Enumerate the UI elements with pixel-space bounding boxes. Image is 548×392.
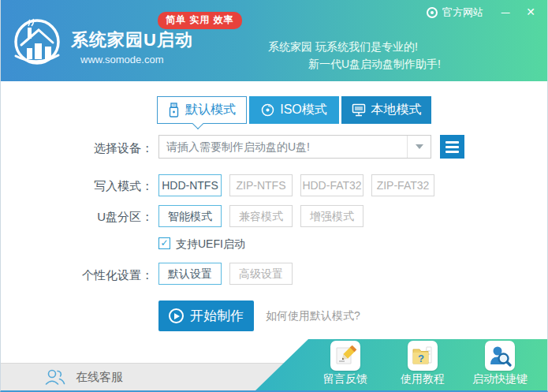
personalize-option-default[interactable]: 默认设置 <box>158 263 222 285</box>
online-support-button[interactable]: 在线客服 <box>44 368 123 386</box>
support-person-icon <box>44 368 66 386</box>
tab-label: ISO模式 <box>280 102 327 118</box>
partition-label: U盘分区： <box>1 210 153 225</box>
start-button-label: 开始制作 <box>190 307 244 325</box>
personalize-option-advanced[interactable]: 高级设置 <box>229 263 293 285</box>
write-mode-option-hdd-fat32[interactable]: HDD-FAT32 <box>300 174 363 196</box>
uefi-label: 支持UEFI启动 <box>176 237 245 252</box>
tutorial-icon: ? <box>408 341 438 371</box>
write-mode-option-zip-fat32[interactable]: ZIP-FAT32 <box>371 174 434 196</box>
svg-text:?: ? <box>418 353 424 364</box>
feedback-button[interactable]: 留言反馈 <box>306 341 385 386</box>
personalize-label: 个性化设置： <box>1 268 153 283</box>
device-label: 选择设备： <box>1 141 153 156</box>
app-window: 简单 实用 效率 系统家园U启动 www.somode.com 系统家园 玩系统… <box>0 0 548 392</box>
boot-hotkey-icon <box>485 341 515 371</box>
feature-badge: 简单 实用 效率 <box>158 12 242 29</box>
device-menu-button[interactable] <box>440 135 464 159</box>
write-mode-option-hdd-ntfs[interactable]: HDD-NTFS <box>158 174 222 196</box>
uefi-checkbox[interactable]: ✓ <box>158 237 170 249</box>
tutorial-button[interactable]: ? 使用教程 <box>383 341 462 386</box>
tab-label: 本地模式 <box>371 102 422 118</box>
tab-local-mode[interactable]: 本地模式 <box>341 96 431 124</box>
partition-option-smart[interactable]: 智能模式 <box>158 205 222 227</box>
disc-icon <box>261 103 274 117</box>
write-mode-option-zip-ntfs[interactable]: ZIP-NTFS <box>229 174 293 196</box>
boot-hotkey-button[interactable]: 启动快捷键 <box>460 341 539 386</box>
slogan-line1: 系统家园 玩系统我们是专业的! <box>268 40 418 54</box>
feedback-icon <box>330 341 360 371</box>
device-select-value: 请插入需要制作启动盘的U盘! <box>166 136 310 158</box>
partition-option-compat[interactable]: 兼容模式 <box>229 205 293 227</box>
chevron-down-icon <box>416 144 423 149</box>
usb-drive-icon <box>168 103 180 118</box>
official-site-icon <box>427 7 438 18</box>
app-title: 系统家园U启动 <box>71 28 193 52</box>
tutorial-label: 使用教程 <box>401 372 445 386</box>
device-select-arrow[interactable] <box>407 136 431 158</box>
tab-iso-mode[interactable]: ISO模式 <box>249 96 339 124</box>
monitor-icon <box>352 103 366 117</box>
tab-label: 默认模式 <box>185 102 236 118</box>
slogan-line2: 新一代U盘启动盘制作助手! <box>308 58 441 72</box>
boot-hotkey-label: 启动快捷键 <box>472 372 527 386</box>
app-logo <box>11 17 63 69</box>
app-url: www.somode.com <box>80 54 163 65</box>
hamburger-icon <box>445 141 459 144</box>
help-link[interactable]: 如何使用默认模式? <box>266 309 360 323</box>
feedback-label: 留言反馈 <box>323 372 367 386</box>
close-button[interactable]: ✕ <box>520 2 542 22</box>
start-button[interactable]: 开始制作 <box>158 301 254 331</box>
official-site-link[interactable]: 官方网站 <box>427 6 483 20</box>
device-select[interactable]: 请插入需要制作启动盘的U盘! <box>158 135 431 159</box>
play-icon <box>169 308 184 323</box>
minimize-button[interactable]: ─ <box>494 2 516 22</box>
online-support-label: 在线客服 <box>76 370 123 385</box>
write-mode-label: 写入模式： <box>1 179 153 194</box>
official-site-label: 官方网站 <box>442 6 483 20</box>
partition-option-enhanced[interactable]: 增强模式 <box>300 205 363 227</box>
header-banner: 简单 实用 效率 系统家园U启动 www.somode.com 系统家园 玩系统… <box>1 0 547 81</box>
tab-default-mode[interactable]: 默认模式 <box>157 96 247 124</box>
